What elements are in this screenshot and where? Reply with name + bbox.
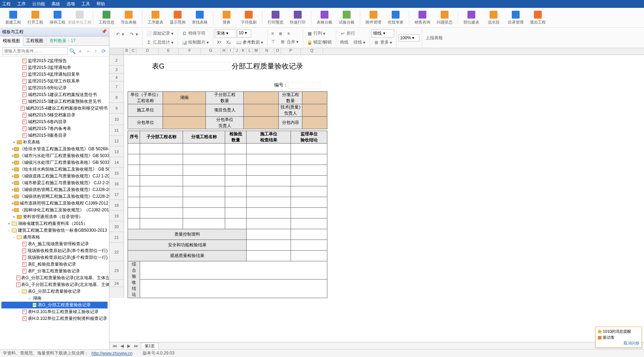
tree-item[interactable]: 城档2015-3建设工程档案预验收意见书 xyxy=(1,98,108,105)
align-center-button[interactable]: ≣ xyxy=(277,30,284,37)
col-header[interactable]: N xyxy=(259,48,274,55)
col-header[interactable]: H xyxy=(221,48,227,55)
wrap-button[interactable]: ↩折行 xyxy=(338,29,367,37)
arrange-line-button[interactable]: 排线▾ xyxy=(351,38,367,46)
tree-item[interactable]: 城档2015-7卷内备考表 xyxy=(1,125,108,132)
size-select[interactable]: 10 ▾ xyxy=(237,29,251,37)
search-icon[interactable]: 🔍 xyxy=(69,48,75,54)
subscript-button[interactable]: X₂ xyxy=(224,38,233,46)
tree-item[interactable]: 监理2015-6旁站记录 xyxy=(1,85,108,91)
toolbar-表格台账[interactable]: 表格台账 xyxy=(314,9,335,27)
chart-button[interactable]: 📊绘制图片▾ xyxy=(179,38,211,46)
col-header[interactable]: Q xyxy=(301,48,323,55)
tree-item[interactable]: -通用表格 xyxy=(1,234,108,241)
row-header[interactable]: 4 xyxy=(109,74,124,81)
menu-工序[interactable]: 工序 xyxy=(17,1,26,7)
tree-item[interactable]: +资料管理通用清单（目录管理） xyxy=(1,213,108,220)
pin-icon[interactable]: 📌 xyxy=(101,29,107,35)
col-header[interactable]: J xyxy=(234,48,240,55)
tab-template-view[interactable]: 模板视图 xyxy=(0,36,23,46)
first-sheet-button[interactable]: ⏮ xyxy=(112,343,118,348)
tree-item[interactable]: 城档2015-6卷内目录 xyxy=(1,119,108,125)
tree-item[interactable]: +《城市桥梁工程施工与质量验收规范》 CJJ 2-2008 xyxy=(1,180,108,186)
row-header[interactable]: 17 xyxy=(109,189,124,200)
zoom-select[interactable]: 100% ▾ xyxy=(398,34,420,41)
row-header[interactable]: 8 xyxy=(109,92,124,103)
valign-top-button[interactable]: ⊤ xyxy=(269,38,277,46)
tree-item[interactable]: +《给排水管道工程施工及验收规范》GB 50268-2008 xyxy=(1,146,108,152)
tree-item[interactable]: 表G_分部工程质量验收记录(北京地基、主体五方签字 xyxy=(1,275,108,281)
toolbar-字符批刷[interactable]: 字符批刷 xyxy=(238,9,259,27)
cancel-blink-button[interactable]: 取消闪烁 xyxy=(598,341,639,346)
toolbar-查找表格[interactable]: 查找表格 xyxy=(189,9,210,27)
refresh-icon[interactable]: ⟳ xyxy=(100,48,107,54)
tree-item[interactable]: 城档2015-4建设工程档案接收和移交证明书 xyxy=(1,105,108,112)
col-header[interactable]: D xyxy=(137,48,159,55)
tree-item[interactable]: 表H.0.102单位工程质量控制资料核查记录 xyxy=(1,315,108,322)
line-style-select[interactable]: 细线 ▾ xyxy=(371,29,394,37)
tree-item[interactable]: ⌂湖南 xyxy=(1,295,108,302)
ref-data-button[interactable]: 📖参考数据▾ xyxy=(234,38,265,46)
toolbar-保存工程[interactable]: 保存工程 xyxy=(47,9,68,27)
row-header[interactable]: 15 xyxy=(109,168,124,178)
redo-button[interactable]: ↷▾ xyxy=(127,30,140,38)
col-header[interactable]: M xyxy=(253,48,259,55)
font-select[interactable]: 宋体 ▾ xyxy=(215,29,236,37)
row-header[interactable]: 7 xyxy=(109,81,124,92)
undo-button[interactable]: ↶▾ xyxy=(113,30,126,38)
tree-item[interactable]: +《城镇污水处理厂工程质量验收表格》GB 50334-2017 xyxy=(1,159,108,166)
draw-line-button[interactable]: 画线 xyxy=(338,38,351,46)
menu-工程[interactable]: 工程 xyxy=(2,1,11,7)
add-icon[interactable]: + xyxy=(77,48,83,54)
sheet-tab[interactable]: 第1页 xyxy=(141,343,159,349)
toolbar-快速打印[interactable]: 快速打印 xyxy=(287,9,308,27)
toolbar-工序建表[interactable]: 工序建表 xyxy=(145,9,166,27)
toolbar-问题状态[interactable]: 问题状态 xyxy=(434,9,455,27)
col-header[interactable]: F xyxy=(179,48,201,55)
toolbar-打开工程[interactable]: 打开工程 xyxy=(25,9,46,27)
original-record-button[interactable]: 📄原始记录▾ xyxy=(144,29,175,37)
superscript-button[interactable]: X² xyxy=(215,38,223,46)
up-icon[interactable]: ↑ xyxy=(93,48,99,54)
row-header[interactable]: 2 xyxy=(109,55,124,66)
col-header[interactable]: G xyxy=(201,48,221,55)
row-header[interactable]: 10 xyxy=(109,114,124,125)
tree-item[interactable]: 表G_分部工程质量验收记录 xyxy=(1,302,108,308)
merge-button[interactable]: ⊞合并▾ xyxy=(278,38,301,46)
tree-item[interactable]: +《城市污水处理厂工程质量验收规范》GB 50334-2002 xyxy=(1,152,108,159)
tree-item[interactable]: 城档2015-1建设工程档案报送责任书 xyxy=(1,91,108,98)
align-right-button[interactable]: ≡ xyxy=(285,30,292,37)
toolbar-打印预览[interactable]: 打印预览 xyxy=(265,9,286,27)
menu-选项[interactable]: 选项 xyxy=(66,1,75,7)
tree-item[interactable]: 城档2015-5移交档案目录 xyxy=(1,112,108,119)
tree-item[interactable]: 现场验收检查原始记录(多个检查部位一行) xyxy=(1,254,108,261)
website-link[interactable]: http://www.zhuyew.cn xyxy=(91,351,133,356)
row-header[interactable]: 11 xyxy=(109,125,124,136)
toolbar-在线专家[interactable]: 在线专家 xyxy=(385,9,406,27)
tree-item[interactable]: 表F_分项工程质量验收记录 xyxy=(1,268,108,275)
toolbar-新建工程[interactable]: 新建工程 xyxy=(3,9,24,27)
tree-item[interactable]: 表H.0.101单位工程质量竣工验收记录 xyxy=(1,308,108,315)
tree-item[interactable]: 表G_子分部工程质量验收记录(北京地基、主体五方签 xyxy=(1,281,108,288)
tree-item[interactable]: +补充表格 xyxy=(1,139,108,146)
tree-item[interactable]: -表G_分部工程质量验收记录 xyxy=(1,288,108,295)
tree-item[interactable]: +湖南省建筑工程档案资料库（2015） xyxy=(1,220,108,227)
col-header[interactable]: I xyxy=(227,48,234,55)
menu-工具[interactable]: 工具 xyxy=(81,1,90,7)
row-header[interactable]: 21 xyxy=(109,232,124,243)
toolbar-试验台账[interactable]: 试验台账 xyxy=(336,9,357,27)
last-sheet-button[interactable]: ⏭ xyxy=(133,343,139,348)
remove-icon[interactable]: − xyxy=(85,48,91,54)
tree-item[interactable]: 表E_检验批质量验收记录 xyxy=(1,261,108,268)
row-header[interactable]: 22 xyxy=(109,243,124,261)
tab-project-view[interactable]: 工程视图 xyxy=(23,36,46,45)
row-header[interactable]: 20 xyxy=(109,221,124,232)
row-header[interactable]: 9 xyxy=(109,103,124,114)
tree-item[interactable]: 监理2015-3监理通知单 xyxy=(1,64,108,71)
tree-item[interactable]: +城市道路照明工程施工及验收规程 CJJ89-2012 xyxy=(1,200,108,207)
row-header[interactable]: 3 xyxy=(109,66,124,74)
tree-item[interactable]: +《城镇供热管网工程施工及验收规范》CJJ28-2004 xyxy=(1,193,108,200)
col-header[interactable]: C xyxy=(130,48,137,55)
toolbar-退出工程[interactable]: 退出工程 xyxy=(527,9,548,27)
row-header[interactable]: 12 xyxy=(109,136,124,146)
